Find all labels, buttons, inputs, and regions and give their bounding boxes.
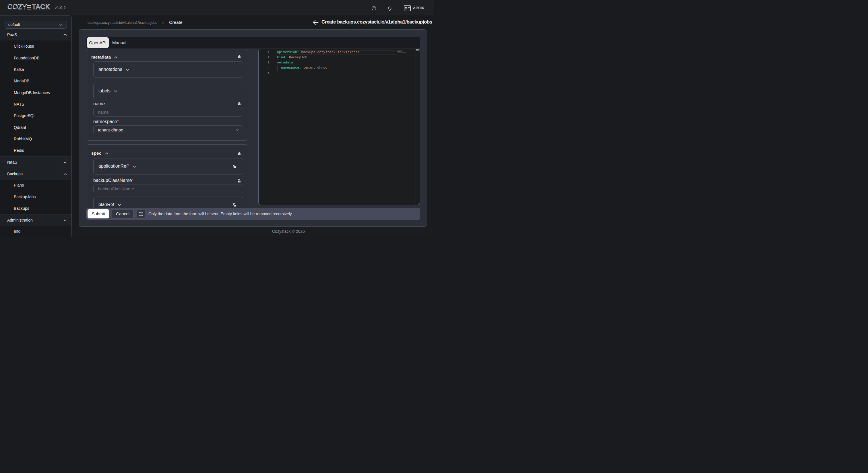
svg-text:TACK: TACK (32, 4, 50, 11)
svg-text:?: ? (373, 7, 375, 10)
svg-text:COZY: COZY (7, 4, 27, 11)
